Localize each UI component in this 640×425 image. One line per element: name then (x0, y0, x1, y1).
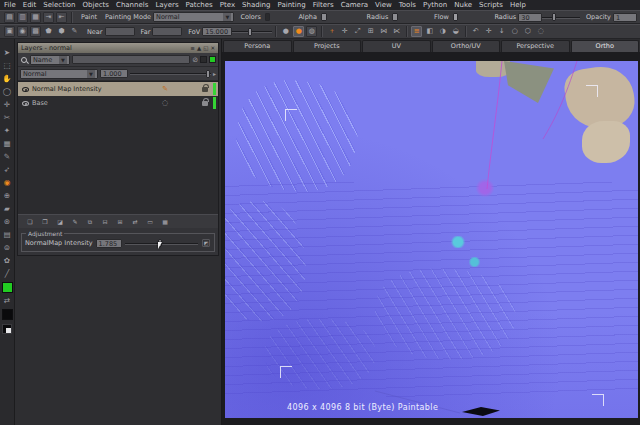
zoom-view-icon[interactable]: ◌ (535, 26, 546, 37)
swap-colors-icon[interactable]: ⇄ (1, 295, 13, 307)
menu-shading[interactable]: Shading (242, 1, 270, 9)
tab-ortho[interactable]: Ortho (571, 40, 640, 52)
menu-objects[interactable]: Objects (83, 1, 109, 9)
palette-titlebar[interactable]: Layers - normal ≡ ▲ ◱ ✕ (18, 43, 218, 53)
pin-tool-icon[interactable]: ➶ (1, 164, 13, 176)
menu-file[interactable]: File (4, 1, 16, 9)
menu-python[interactable]: Python (423, 1, 447, 9)
tab-perspective[interactable]: Perspective (501, 40, 570, 52)
far-field[interactable] (152, 27, 182, 36)
fov-slider[interactable] (232, 27, 272, 37)
translate-icon[interactable]: ✛ (339, 26, 350, 37)
add-folder-icon[interactable]: ❐ (40, 217, 50, 227)
paint-through-icon[interactable]: ⊕ (1, 190, 13, 202)
select-tool-icon[interactable]: ➤ (1, 47, 13, 59)
painting-mode-dropdown[interactable]: Normal ▼ (153, 12, 234, 22)
lock-icon[interactable] (202, 101, 208, 106)
filter-search-input[interactable] (72, 55, 190, 64)
normalmap-intensity-field[interactable]: 1.785 (96, 239, 122, 248)
pipette-tool-icon[interactable]: ╱ (1, 268, 13, 280)
near-field[interactable] (105, 27, 135, 36)
hidden-indicator-chip[interactable] (200, 56, 207, 63)
layer-row-base[interactable]: Base ◌ (18, 96, 218, 110)
screenshot-icon[interactable]: ▣ (4, 26, 15, 37)
tab-ortho-uv[interactable]: Ortho/UV (432, 40, 501, 52)
warp-tool-icon[interactable]: ✦ (1, 125, 13, 137)
radius-slider-handle[interactable] (552, 13, 556, 21)
slice-tool-icon[interactable]: ✂ (1, 112, 13, 124)
visibility-eye-icon[interactable] (22, 101, 29, 106)
palette-collapse-icon[interactable]: ▲ (197, 43, 201, 53)
add-adjustment-icon[interactable]: ◪ (55, 217, 65, 227)
orbit-icon[interactable]: ○ (509, 26, 520, 37)
radius-field[interactable]: 30 (518, 13, 542, 22)
tab-persona[interactable]: Persona (223, 40, 292, 52)
blend-amount-slider[interactable] (130, 69, 211, 79)
transfer-layer-icon[interactable]: ⇄ (130, 217, 140, 227)
menu-view[interactable]: View (375, 1, 392, 9)
visibility-eye-icon[interactable] (22, 87, 29, 92)
group-layers-icon[interactable]: ⊞ (115, 217, 125, 227)
image-manager-icon[interactable]: ▩ (30, 26, 41, 37)
menu-edit[interactable]: Edit (23, 1, 37, 9)
clone-stamp-icon[interactable]: ⊜ (1, 242, 13, 254)
zoom-magnifier-icon[interactable]: ◯ (1, 86, 13, 98)
duplicate-layer-icon[interactable]: ⧉ (85, 217, 95, 227)
patch-grid-icon[interactable]: ▦ (1, 138, 13, 150)
fov-field[interactable]: 15.000 (202, 27, 232, 36)
menu-channels[interactable]: Channels (116, 1, 148, 9)
blend-slider-handle[interactable] (206, 70, 210, 78)
paint-tool-icon[interactable]: ◉ (1, 177, 13, 189)
undo-view-icon[interactable]: ↶ (470, 26, 481, 37)
falloff-icon[interactable]: ◑ (437, 26, 448, 37)
save-project-icon[interactable]: ▦ (30, 12, 41, 23)
mesh-icon[interactable]: ⬟ (43, 26, 54, 37)
menu-help[interactable]: Help (510, 1, 526, 9)
menu-patches[interactable]: Patches (186, 1, 213, 9)
alpha-checkbox[interactable] (321, 13, 327, 21)
fov-slider-handle[interactable] (248, 28, 252, 36)
filter-mode-dropdown[interactable]: Name ▼ (30, 55, 70, 65)
pan-hand-icon[interactable]: ✋ (1, 73, 13, 85)
normal-map-canvas[interactable]: 4096 x 4096 8 bit (Byte) Paintable (225, 61, 638, 418)
menu-filters[interactable]: Filters (313, 1, 334, 9)
camera-icon[interactable]: ◉ (17, 26, 28, 37)
radius-slider[interactable] (542, 12, 580, 22)
look-down-icon[interactable]: ↓ (496, 26, 507, 37)
projection-icon[interactable]: ≡ (411, 26, 422, 37)
mirror-x-icon[interactable]: ⋈ (378, 26, 389, 37)
add-procedural-icon[interactable]: ✎ (70, 217, 80, 227)
menu-nuke[interactable]: Nuke (454, 1, 472, 9)
lighting-flat-icon[interactable]: ● (280, 26, 291, 37)
blend-amount-field[interactable]: 1.000 (100, 69, 128, 78)
menu-ptex[interactable]: Ptex (220, 1, 235, 9)
paint-target-icon[interactable]: ＋ (326, 26, 337, 37)
shader-icon[interactable]: ⬢ (56, 26, 67, 37)
colors-swatch[interactable] (265, 13, 271, 21)
mirror-y-icon[interactable]: ⋉ (391, 26, 402, 37)
pen-icon[interactable]: ✎ (69, 26, 80, 37)
visible-indicator-chip[interactable] (209, 56, 216, 63)
new-project-icon[interactable]: ▤ (4, 12, 15, 23)
menu-painting[interactable]: Painting (277, 1, 305, 9)
layer-row-normal-map-intensity[interactable]: Normal Map Intensity ✎ (18, 82, 218, 96)
lock-icon[interactable] (202, 87, 208, 92)
eraser-tool-icon[interactable]: ▰ (1, 203, 13, 215)
masking-icon[interactable]: ◒ (450, 26, 461, 37)
brush-tool-icon[interactable]: ✎ (1, 151, 13, 163)
merge-layers-icon[interactable]: ⊟ (100, 217, 110, 227)
remove-layer-icon[interactable]: ▭ (145, 217, 155, 227)
menu-layers[interactable]: Layers (155, 1, 178, 9)
menu-camera[interactable]: Camera (341, 1, 368, 9)
move-tool-icon[interactable]: ✛ (1, 99, 13, 111)
grid-warp-icon[interactable]: ⊞ (365, 26, 376, 37)
heal-tool-icon[interactable]: ⊛ (1, 216, 13, 228)
blur-tool-icon[interactable]: ✿ (1, 255, 13, 267)
blend-mode-dropdown[interactable]: Normal ▼ (20, 69, 98, 79)
gradient-tool-icon[interactable]: ▤ (1, 229, 13, 241)
palette-float-icon[interactable]: ◱ (203, 43, 208, 53)
flow-checkbox[interactable] (453, 13, 459, 21)
reset-colors-icon[interactable] (2, 324, 12, 334)
import-icon[interactable]: ⇥ (43, 12, 54, 23)
transform-icon[interactable]: ⤢ (352, 26, 363, 37)
